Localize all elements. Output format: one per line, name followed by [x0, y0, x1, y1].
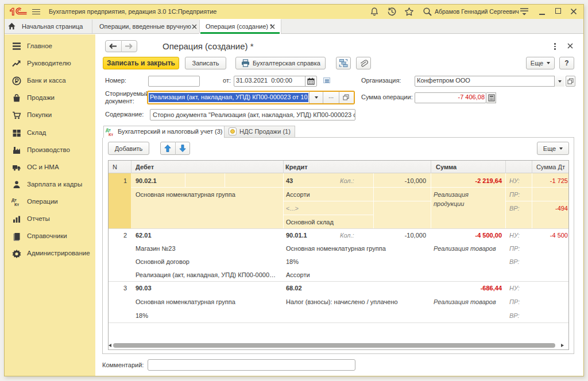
- svg-text:Кт: Кт: [109, 132, 114, 137]
- svg-text:Кт: Кт: [14, 202, 20, 207]
